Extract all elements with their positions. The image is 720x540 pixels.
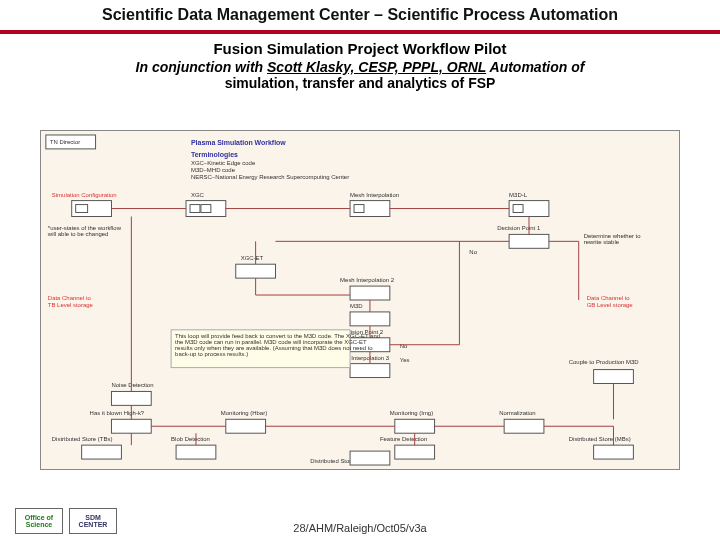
slide-header: Scientific Data Management Center – Scie… (0, 0, 720, 34)
svg-rect-17 (354, 205, 364, 213)
svg-text:Has it blown High-k?: Has it blown High-k? (90, 410, 145, 416)
svg-rect-44 (111, 391, 151, 405)
svg-text:Couple to Production M3D: Couple to Production M3D (569, 359, 640, 365)
svg-text:Decision Point 1: Decision Point 1 (497, 225, 541, 231)
svg-text:Yes: Yes (400, 357, 410, 363)
svg-text:Terminologies: Terminologies (191, 151, 238, 159)
svg-text:Plasma Simulation Workflow: Plasma Simulation Workflow (191, 139, 286, 146)
subtitle-after: Automation of (486, 59, 584, 75)
svg-text:Data Channel to
    GB Level s: Data Channel to GB Level storage (587, 295, 634, 308)
svg-text:Data Channel to
    TB Level s: Data Channel to TB Level storage (48, 295, 94, 308)
subtitle-block: Fusion Simulation Project Workflow Pilot… (0, 40, 720, 91)
workflow-diagram: TN Director Plasma Simulation Workflow T… (40, 130, 680, 470)
svg-text:NERSC–National Energy Research: NERSC–National Energy Research Supercomp… (191, 174, 349, 180)
svg-rect-20 (513, 205, 523, 213)
svg-text:M3D–MHD code: M3D–MHD code (191, 167, 236, 173)
subtitle-underline: Scott Klasky, CESP, PPPL, ORNL (267, 59, 486, 75)
svg-rect-62 (350, 451, 390, 465)
svg-text:Determine whether to
    rewri: Determine whether to rewrite stable (584, 233, 643, 245)
svg-rect-13 (190, 205, 200, 213)
subtitle-line2: In conjunction with Scott Klasky, CESP, … (30, 59, 690, 75)
svg-rect-58 (395, 445, 435, 459)
svg-text:Noise Detection: Noise Detection (111, 382, 153, 388)
subtitle-italic: In conjunction with (136, 59, 267, 75)
subtitle-line1: Fusion Simulation Project Workflow Pilot (30, 40, 690, 57)
svg-rect-60 (594, 445, 634, 459)
svg-rect-46 (111, 419, 151, 433)
svg-text:No: No (469, 249, 477, 255)
svg-text:M3D: M3D (350, 303, 363, 309)
svg-text:XGC: XGC (191, 192, 205, 198)
svg-rect-52 (504, 419, 544, 433)
svg-text:TN Director: TN Director (50, 139, 80, 145)
svg-rect-50 (395, 419, 435, 433)
svg-rect-28 (350, 286, 390, 300)
svg-text:Normalization: Normalization (499, 410, 535, 416)
svg-rect-9 (76, 205, 88, 213)
svg-text:Mesh Interpolation 2: Mesh Interpolation 2 (340, 277, 395, 283)
svg-text:Simulation Configuration: Simulation Configuration (52, 192, 117, 198)
svg-rect-30 (350, 312, 390, 326)
slide-footer: 28/AHM/Raleigh/Oct05/v3a (0, 522, 720, 534)
svg-rect-56 (176, 445, 216, 459)
svg-text:M3D-L: M3D-L (509, 192, 528, 198)
svg-text:Distributed Store (TBs): Distributed Store (TBs) (52, 436, 113, 442)
svg-text:XGC-ET: XGC-ET (241, 255, 264, 261)
svg-text:XGC–Kinetic Edge code: XGC–Kinetic Edge code (191, 160, 256, 166)
svg-rect-35 (350, 364, 390, 378)
svg-text:Mesh Interpolation: Mesh Interpolation (350, 192, 399, 198)
svg-text:Blob Detection: Blob Detection (171, 436, 210, 442)
svg-text:Distributed Store (MBs): Distributed Store (MBs) (569, 436, 631, 442)
svg-rect-42 (594, 370, 634, 384)
svg-text:Feature Detection: Feature Detection (380, 436, 427, 442)
svg-text:*user-states of the workflow
 : *user-states of the workflow will able t… (47, 225, 123, 237)
svg-rect-54 (82, 445, 122, 459)
svg-text:No: No (400, 343, 408, 349)
svg-text:Monitoring (Img): Monitoring (Img) (390, 410, 433, 416)
svg-text:Monitoring (Hbar): Monitoring (Hbar) (221, 410, 267, 416)
svg-rect-14 (201, 205, 211, 213)
subtitle-line3: simulation, transfer and analytics of FS… (30, 75, 690, 91)
svg-rect-22 (509, 234, 549, 248)
svg-rect-48 (226, 419, 266, 433)
svg-rect-26 (236, 264, 276, 278)
